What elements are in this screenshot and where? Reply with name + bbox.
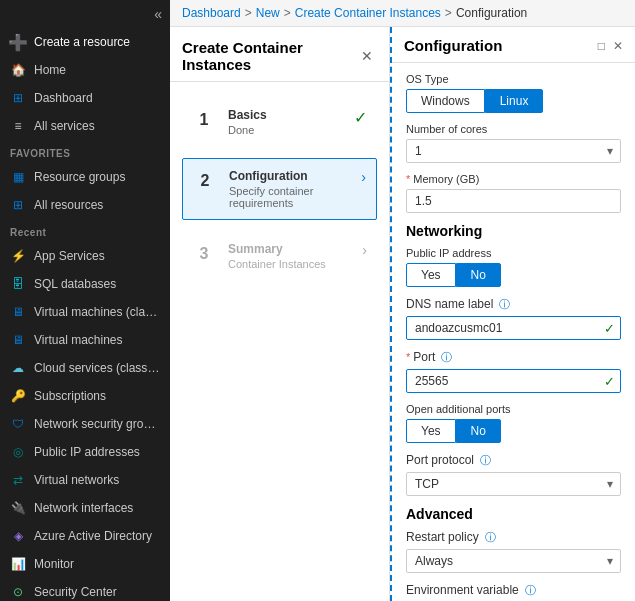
dns-input[interactable] — [406, 316, 621, 340]
restart-policy-label: Restart policy ⓘ — [406, 530, 621, 545]
breadcrumb-item-create-container-instances[interactable]: Create Container Instances — [295, 6, 441, 20]
sidebar-item-label: Virtual networks — [34, 473, 119, 487]
sidebar-item-virtual-networks[interactable]: ⇄ Virtual networks — [0, 466, 170, 494]
port-check-icon: ✓ — [604, 374, 615, 389]
additional-ports-toggle: Yes No — [406, 419, 621, 443]
restart-policy-select[interactable]: Always On failure Never — [406, 549, 621, 573]
sidebar-item-monitor[interactable]: 📊 Monitor — [0, 550, 170, 578]
sql-icon: 🗄 — [10, 276, 26, 292]
sidebar-collapse-button[interactable]: « — [0, 0, 170, 28]
step-3[interactable]: 3 Summary Container Instances › — [182, 232, 377, 280]
sidebar-item-app-services[interactable]: ⚡ App Services — [0, 242, 170, 270]
sidebar-item-cloud-services-classic[interactable]: ☁ Cloud services (classic) — [0, 354, 170, 382]
networking-title: Networking — [406, 223, 621, 239]
step-1-title: Basics — [228, 108, 342, 122]
os-type-linux-button[interactable]: Linux — [485, 89, 544, 113]
cloud-icon: ☁ — [10, 360, 26, 376]
sidebar-item-all-resources[interactable]: ⊞ All resources — [0, 191, 170, 219]
additional-ports-section: Open additional ports Yes No — [406, 403, 621, 443]
sidebar-item-network-interfaces[interactable]: 🔌 Network interfaces — [0, 494, 170, 522]
port-protocol-select[interactable]: TCP UDP — [406, 472, 621, 496]
sidebar-item-label: Public IP addresses — [34, 445, 140, 459]
sidebar-item-label: Network interfaces — [34, 501, 133, 515]
sidebar-item-label: Dashboard — [34, 91, 93, 105]
additional-ports-label: Open additional ports — [406, 403, 621, 415]
sidebar-item-virtual-machines[interactable]: 🖥 Virtual machines — [0, 326, 170, 354]
port-info-icon[interactable]: ⓘ — [441, 351, 452, 363]
step-1[interactable]: 1 Basics Done ✓ — [182, 98, 377, 146]
subscriptions-icon: 🔑 — [10, 388, 26, 404]
sidebar-item-label: Subscriptions — [34, 389, 106, 403]
sidebar-item-label: Virtual machines — [34, 333, 123, 347]
step-2[interactable]: 2 Configuration Specify container requir… — [182, 158, 377, 220]
dashboard-icon: ⊞ — [10, 90, 26, 106]
step-1-info: Basics Done — [228, 108, 342, 136]
breadcrumb-separator: > — [245, 6, 252, 20]
breadcrumb-separator: > — [445, 6, 452, 20]
main-content: Dashboard > New > Create Container Insta… — [170, 0, 635, 601]
nic-icon: 🔌 — [10, 500, 26, 516]
sidebar-item-label: Monitor — [34, 557, 74, 571]
step-2-arrow: › — [361, 169, 366, 185]
create-container-panel: Create Container Instances ✕ 1 Basics Do… — [170, 27, 390, 601]
right-panel-title: Configuration — [404, 37, 502, 54]
sidebar-item-virtual-machines-classic[interactable]: 🖥 Virtual machines (classic) — [0, 298, 170, 326]
step-1-check: ✓ — [354, 108, 367, 127]
memory-input[interactable] — [406, 189, 621, 213]
cores-select[interactable]: 1 2 4 — [406, 139, 621, 163]
sidebar-item-label: Network security groups — [34, 417, 160, 431]
vm-icon: 🖥 — [10, 332, 26, 348]
step-2-info: Configuration Specify container requirem… — [229, 169, 349, 209]
advanced-title: Advanced — [406, 506, 621, 522]
step-3-number: 3 — [192, 242, 216, 266]
public-ip-icon: ◎ — [10, 444, 26, 460]
sidebar-section-favorites: FAVORITES — [0, 140, 170, 163]
port-input-wrapper: ✓ — [406, 369, 621, 393]
wizard-steps: 1 Basics Done ✓ 2 Configuration Specify … — [170, 82, 389, 296]
breadcrumb-item-configuration: Configuration — [456, 6, 527, 20]
public-ip-no-button[interactable]: No — [456, 263, 501, 287]
step-1-number: 1 — [192, 108, 216, 132]
breadcrumb: Dashboard > New > Create Container Insta… — [170, 0, 635, 27]
aad-icon: ◈ — [10, 528, 26, 544]
close-button[interactable]: ✕ — [613, 39, 623, 53]
minimize-button[interactable]: □ — [598, 39, 605, 53]
sidebar-item-label: Virtual machines (classic) — [34, 305, 160, 319]
port-protocol-select-wrapper: TCP UDP — [406, 472, 621, 496]
sidebar-item-security-center[interactable]: ⊙ Security Center — [0, 578, 170, 601]
sidebar-item-resource-groups[interactable]: ▦ Resource groups — [0, 163, 170, 191]
sidebar-item-azure-active-directory[interactable]: ◈ Azure Active Directory — [0, 522, 170, 550]
sidebar-item-label: SQL databases — [34, 277, 116, 291]
step-1-subtitle: Done — [228, 124, 342, 136]
app-services-icon: ⚡ — [10, 248, 26, 264]
dns-info-icon[interactable]: ⓘ — [499, 298, 510, 310]
os-type-section: OS Type Windows Linux — [406, 73, 621, 113]
sidebar-item-network-security-groups[interactable]: 🛡 Network security groups — [0, 410, 170, 438]
vnet-icon: ⇄ — [10, 472, 26, 488]
step-3-arrow: › — [362, 242, 367, 258]
sidebar-item-sql-databases[interactable]: 🗄 SQL databases — [0, 270, 170, 298]
port-input[interactable] — [406, 369, 621, 393]
additional-ports-no-button[interactable]: No — [456, 419, 501, 443]
public-ip-yes-button[interactable]: Yes — [406, 263, 456, 287]
close-button[interactable]: ✕ — [357, 46, 377, 66]
sidebar-section-recent: Recent — [0, 219, 170, 242]
sidebar-item-create-resource[interactable]: ➕ Create a resource — [0, 28, 170, 56]
port-protocol-section: Port protocol ⓘ TCP UDP — [406, 453, 621, 496]
os-type-windows-button[interactable]: Windows — [406, 89, 485, 113]
port-section: Port ⓘ ✓ — [406, 350, 621, 393]
breadcrumb-item-dashboard[interactable]: Dashboard — [182, 6, 241, 20]
sidebar-item-home[interactable]: 🏠 Home — [0, 56, 170, 84]
sidebar-item-public-ip[interactable]: ◎ Public IP addresses — [0, 438, 170, 466]
resource-groups-icon: ▦ — [10, 169, 26, 185]
sidebar-item-subscriptions[interactable]: 🔑 Subscriptions — [0, 382, 170, 410]
sidebar-item-all-services[interactable]: ≡ All services — [0, 112, 170, 140]
env-variable-info-icon[interactable]: ⓘ — [525, 584, 536, 596]
port-protocol-info-icon[interactable]: ⓘ — [480, 454, 491, 466]
additional-ports-yes-button[interactable]: Yes — [406, 419, 456, 443]
sidebar-item-dashboard[interactable]: ⊞ Dashboard — [0, 84, 170, 112]
restart-policy-info-icon[interactable]: ⓘ — [485, 531, 496, 543]
breadcrumb-item-new[interactable]: New — [256, 6, 280, 20]
right-panel-header: Configuration □ ✕ — [392, 27, 635, 63]
dns-input-wrapper: ✓ — [406, 316, 621, 340]
